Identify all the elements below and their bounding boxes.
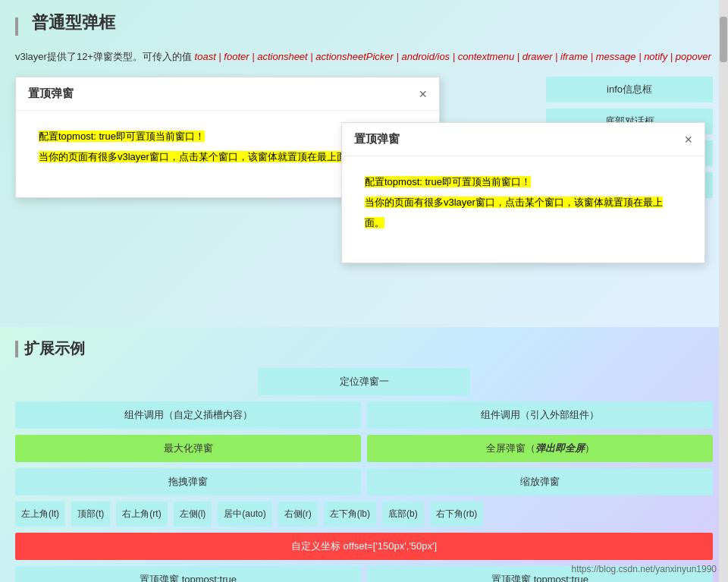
pos-lt-btn[interactable]: 左上角(lt) [15,502,65,527]
scrollbar-thumb[interactable] [720,17,727,62]
ext-title: 扩展示例 [24,338,85,359]
modal-topmost-2: 置顶弹窗 × 配置topmost: true即可置顶当前窗口！ 当你的页面有很多… [341,122,705,263]
position-dialog-btn[interactable]: 定位弹窗一 [258,368,470,395]
custom-offset-btn[interactable]: 自定义坐标 offset=['150px','50px'] [15,533,713,560]
modal-title-1: 置顶弹窗 [28,87,74,101]
pos-l-btn[interactable]: 左侧(l) [174,502,212,527]
modal-close-2[interactable]: × [684,133,692,146]
maximize-btn[interactable]: 最大化弹窗 [15,435,361,462]
ext-title-bar: 扩展示例 [15,338,713,359]
page-title: 普通型弹框 [24,11,115,34]
modal-body-2: 配置topmost: true即可置顶当前窗口！ 当你的页面有很多v3layer… [342,156,704,263]
ext-row5: 左上角(lt) 顶部(t) 右上角(rt) 左侧(l) 居中(auto) 右侧(… [15,502,713,527]
pos-rt-btn[interactable]: 右上角(rt) [116,502,167,527]
description: v3layer提供了12+弹窗类型。可传入的值 toast | footer |… [15,48,713,65]
section-title-bar: 普通型弹框 [15,11,713,42]
fullscreen-italic: 弹出即全屏 [535,442,585,454]
pos-b-btn[interactable]: 底部(b) [382,502,424,527]
ext-title-line [15,341,18,357]
ext-row6: 自定义坐标 offset=['150px','50px'] [15,533,713,560]
modal-header-1: 置顶弹窗 × [16,77,439,111]
ext-row3: 最大化弹窗 全屏弹窗（弹出即全屏） [15,435,713,462]
resize-dialog-btn[interactable]: 缩放弹窗 [367,468,713,495]
pos-auto-btn[interactable]: 居中(auto) [218,502,271,527]
ext-row4: 拖拽弹窗 缩放弹窗 [15,468,713,495]
extension-section: 扩展示例 定位弹窗一 组件调用（自定义插槽内容） 组件调用（引入外部组件） 最大… [0,327,728,582]
pos-t-btn[interactable]: 顶部(t) [71,502,110,527]
ext-row2: 组件调用（自定义插槽内容） 组件调用（引入外部组件） [15,401,713,429]
ext-row1: 定位弹窗一 [15,368,713,395]
pos-r-btn[interactable]: 右侧(r) [278,502,318,527]
modal2-line1: 配置topmost: true即可置顶当前窗口！ [365,176,531,187]
modal-title-2: 置顶弹窗 [354,132,400,146]
modal2-line2: 当你的页面有很多v3layer窗口，点击某个窗口，该窗体就置顶在最上面。 [365,197,663,228]
fullscreen-btn[interactable]: 全屏弹窗（弹出即全屏） [367,435,713,462]
drag-dialog-btn[interactable]: 拖拽弹窗 [15,468,361,495]
modal1-line2: 当你的页面有很多v3layer窗口，点击某个窗口，该窗体就置顶在最上面。 [39,151,356,162]
modal1-line1: 配置topmost: true即可置顶当前窗口！ [39,131,205,142]
component-external-btn[interactable]: 组件调用（引入外部组件） [367,401,713,429]
pos-rb-btn[interactable]: 右下角(rb) [430,502,484,527]
scrollbar[interactable] [719,0,728,582]
desc-prefix: v3layer提供了12+弹窗类型。可传入的值 [15,51,195,62]
pos-lb-btn[interactable]: 左下角(lb) [324,502,376,527]
title-line-decoration [15,17,18,36]
modal-close-1[interactable]: × [419,87,427,101]
info-btn[interactable]: info信息框 [546,77,713,102]
watermark: https://blog.csdn.net/yanxinyun1990 [572,564,717,574]
modal-header-2: 置顶弹窗 × [342,123,704,156]
modals-and-sidebar: info信息框 底部对话框 Toast弹窗 弹层（设置宽高） 置顶弹窗 × 配置… [15,77,713,312]
fullscreen-suffix: ） [585,442,595,454]
top-section: 普通型弹框 v3layer提供了12+弹窗类型。可传入的值 toast | fo… [0,0,728,327]
topmost-btn-left[interactable]: 置顶弹窗 topmost:true [15,566,361,582]
fullscreen-prefix: 全屏弹窗（ [486,442,535,454]
component-slot-btn[interactable]: 组件调用（自定义插槽内容） [15,401,361,429]
desc-values: toast | footer | actionsheet | actionshe… [195,51,711,62]
